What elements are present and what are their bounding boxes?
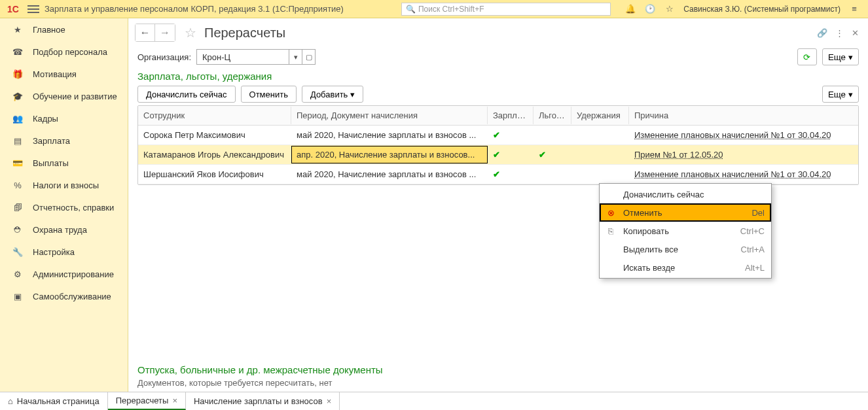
add-button[interactable]: Добавить ▾ [302, 86, 363, 103]
sidebar-item-icon: 🔧 [12, 247, 24, 257]
col-benefits[interactable]: Льготы [533, 107, 571, 124]
sidebar-item-label: Мотивация [33, 69, 77, 79]
window-tab[interactable]: Начисление зарплаты и взносов× [186, 392, 340, 410]
context-menu-label: Выделить все [623, 245, 734, 254]
page-header: ← → ☆ Перерасчеты 🔗 ⋮ ✕ [128, 18, 868, 46]
context-menu-shortcut: Alt+L [745, 263, 765, 273]
cell-employee: Шершанский Яков Иосифович [138, 165, 291, 183]
accrue-now-button[interactable]: Доначислить сейчас [137, 86, 236, 103]
sidebar-item-label: Зарплата [33, 136, 70, 146]
window-tab[interactable]: Перерасчеты× [108, 392, 186, 410]
window-tabs-bar: ⌂Начальная страницаПерерасчеты×Начислени… [0, 392, 868, 410]
sidebar-item[interactable]: ⛑ Охрана труда [0, 218, 128, 241]
sidebar-item[interactable]: 🔧 Настройка [0, 241, 128, 263]
grid-header: Сотрудник Период, Документ начисления За… [138, 106, 858, 126]
sidebar-item[interactable]: 🎓 Обучение и развитие [0, 85, 128, 107]
grid-toolbar: Доначислить сейчас Отменить Добавить ▾ Е… [137, 86, 859, 103]
chevron-down-icon[interactable]: ▾ [289, 50, 302, 64]
favorite-toggle-icon[interactable]: ☆ [185, 25, 196, 41]
sidebar-item-label: Главное [33, 25, 65, 35]
titlebar: 1C Зарплата и управление персоналом КОРП… [0, 0, 868, 18]
cell-salary-check: ✔ [488, 165, 533, 183]
main-menu-icon[interactable] [27, 3, 39, 15]
sidebar-item-icon: ☎ [12, 47, 24, 57]
organization-select[interactable]: Крон-Ц ▾ ▢ [196, 49, 316, 65]
sidebar-item-label: Налоги и взносы [33, 180, 99, 190]
sidebar-item-label: Охрана труда [33, 225, 87, 235]
reason-link[interactable]: Изменение плановых начислений №1 от 30.0… [634, 169, 831, 179]
sidebar-item[interactable]: % Налоги и взносы [0, 174, 128, 196]
page-title: Перерасчеты [204, 26, 285, 41]
cell-salary-check: ✔ [488, 126, 533, 144]
sidebar-item[interactable]: 🎁 Мотивация [0, 63, 128, 85]
table-row[interactable]: Катамаранов Игорь Александрович апр. 202… [138, 145, 858, 165]
close-icon[interactable]: × [172, 396, 177, 405]
more-label: Еще [828, 52, 846, 62]
context-menu-label: Доначислить сейчас [623, 190, 758, 199]
reason-link[interactable]: Прием №1 от 12.05.20 [634, 150, 723, 160]
table-row[interactable]: Шершанский Яков Иосифович май 2020, Начи… [138, 165, 858, 184]
nav-back-button[interactable]: ← [136, 24, 155, 41]
context-menu-item[interactable]: ⎘ Копировать Ctrl+C [600, 222, 771, 240]
sidebar-item[interactable]: ★ Главное [0, 18, 128, 41]
nav-forward-button[interactable]: → [155, 24, 175, 41]
cancel-button[interactable]: Отменить [241, 86, 297, 103]
menu-item-icon: ⎘ [605, 226, 617, 236]
sidebar-item[interactable]: 👥 Кадры [0, 107, 128, 129]
sidebar-item[interactable]: ▣ Самообслуживание [0, 285, 128, 307]
sidebar-item-icon: 🗐 [12, 203, 24, 213]
refresh-button[interactable]: ⟳ [797, 48, 817, 65]
sidebar-item[interactable]: ▤ Зарплата [0, 129, 128, 152]
global-search-input[interactable]: 🔍 Поиск Ctrl+Shift+F [401, 3, 611, 16]
reason-link[interactable]: Изменение плановых начислений №1 от 30.0… [634, 130, 831, 140]
link-icon[interactable]: 🔗 [817, 28, 827, 38]
window-tab-home[interactable]: ⌂Начальная страница [0, 392, 108, 410]
col-salary[interactable]: Зарплата [488, 107, 533, 124]
organization-label: Организация: [137, 52, 191, 62]
cell-deductions-check [571, 151, 629, 159]
star-icon[interactable]: ☆ [664, 3, 676, 15]
more-button-grid[interactable]: Еще ▾ [822, 86, 859, 103]
current-user: Савинская З.Ю. (Системный программист) [683, 5, 841, 14]
settings-icon[interactable]: ≡ [848, 3, 860, 15]
window-tab-label: Перерасчеты [116, 396, 169, 405]
sidebar-item[interactable]: 💳 Выплаты [0, 152, 128, 174]
context-menu-item[interactable]: ⊗ Отменить Del [600, 203, 771, 222]
kebab-menu-icon[interactable]: ⋮ [835, 28, 844, 38]
sidebar-item-label: Самообслуживание [33, 292, 111, 301]
sidebar-item-label: Выплаты [33, 158, 69, 168]
search-icon: 🔍 [406, 5, 416, 14]
window-tab-label: Начисление зарплаты и взносов [194, 396, 323, 406]
col-reason[interactable]: Причина [629, 107, 858, 124]
close-page-icon[interactable]: ✕ [852, 28, 859, 38]
sidebar-item-icon: 💳 [12, 158, 24, 168]
cell-employee: Сорока Петр Максимович [138, 126, 291, 144]
sidebar: ★ Главное☎ Подбор персонала🎁 Мотивация🎓 … [0, 18, 128, 392]
chevron-down-icon: ▾ [350, 90, 355, 99]
table-row[interactable]: Сорока Петр Максимович май 2020, Начисле… [138, 126, 858, 145]
col-employee[interactable]: Сотрудник [138, 107, 291, 124]
search-placeholder: Поиск Ctrl+Shift+F [418, 5, 484, 14]
cell-reason: Изменение плановых начислений №1 от 30.0… [629, 126, 858, 144]
add-label: Добавить [310, 90, 348, 99]
close-icon[interactable]: × [327, 396, 332, 406]
context-menu-item[interactable]: Выделить все Ctrl+A [600, 240, 771, 258]
sidebar-item-label: Отчетность, справки [33, 203, 114, 213]
context-menu-label: Искать везде [623, 263, 738, 273]
bell-icon[interactable]: 🔔 [624, 3, 636, 15]
col-deductions[interactable]: Удержания [571, 107, 629, 124]
sidebar-item[interactable]: 🗐 Отчетность, справки [0, 196, 128, 218]
sidebar-item-icon: ★ [12, 25, 24, 35]
sidebar-item-icon: 👥 [12, 114, 24, 124]
chevron-down-icon: ▾ [848, 52, 853, 62]
sidebar-item[interactable]: ☎ Подбор персонала [0, 41, 128, 63]
sidebar-item-label: Обучение и развитие [33, 92, 117, 101]
context-menu-item[interactable]: Доначислить сейчас [600, 185, 771, 203]
col-period[interactable]: Период, Документ начисления [291, 107, 488, 124]
more-button-top[interactable]: Еще ▾ [822, 48, 859, 65]
context-menu-item[interactable]: Искать везде Alt+L [600, 258, 771, 277]
open-dialog-icon[interactable]: ▢ [302, 50, 315, 64]
history-icon[interactable]: 🕑 [644, 3, 656, 15]
cell-period: май 2020, Начисление зарплаты и взносов … [291, 165, 488, 183]
sidebar-item[interactable]: ⚙ Администрирование [0, 263, 128, 285]
